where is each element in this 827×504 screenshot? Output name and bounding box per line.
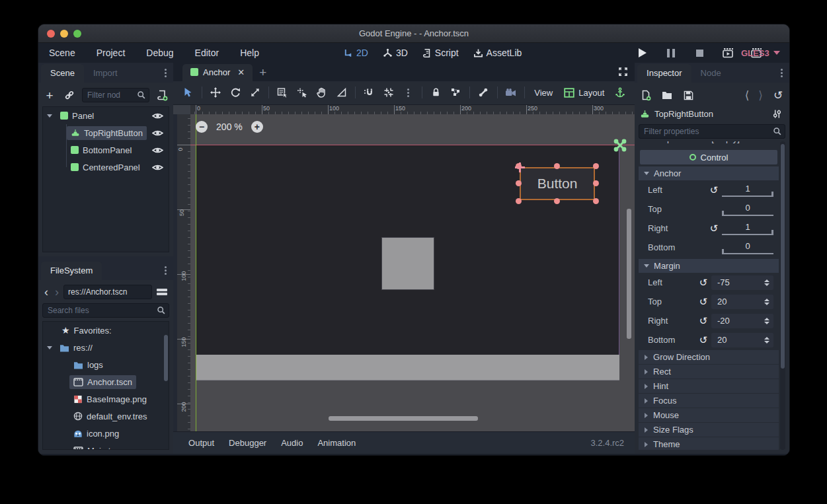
new-scene-tab-button[interactable]: + — [259, 65, 266, 81]
tab-filesystem[interactable]: FileSystem — [41, 262, 102, 280]
file-row-logs[interactable]: logs — [43, 356, 169, 373]
margin-bottom-field[interactable]: 20 — [711, 333, 773, 347]
margin-top-field[interactable]: 20 — [711, 295, 773, 309]
object-history-icon[interactable]: ↺ — [771, 88, 785, 102]
tab-inspector[interactable]: Inspector — [637, 64, 691, 83]
extra-tools-icon[interactable] — [769, 106, 784, 121]
section-grow-direction[interactable]: Grow Direction — [639, 350, 779, 364]
spinner-icon[interactable] — [764, 299, 769, 305]
anchor-top-slider[interactable]: 0 — [722, 203, 773, 216]
point-select-icon[interactable] — [294, 85, 311, 100]
stop-button[interactable] — [692, 46, 707, 60]
pan-tool-icon[interactable] — [314, 85, 331, 100]
spinner-icon[interactable] — [764, 318, 769, 324]
chevron-down-icon[interactable] — [47, 114, 52, 118]
tree-row-toprightbutton[interactable]: TopRightButton — [43, 124, 169, 141]
menu-project[interactable]: Project — [89, 45, 134, 61]
anchor-gizmo-icon[interactable] — [611, 137, 629, 154]
section-margin[interactable]: Margin — [639, 259, 779, 273]
section-size-flags[interactable]: Size Flags — [639, 423, 779, 437]
scene-tab-anchor[interactable]: Anchor ✕ — [182, 64, 253, 81]
tree-row-centeredpanel[interactable]: CenteredPanel — [43, 159, 169, 176]
view-menu[interactable]: View — [530, 88, 557, 98]
menu-debug[interactable]: Debug — [138, 45, 181, 61]
centered-panel-node[interactable] — [381, 237, 434, 290]
margin-left-field[interactable]: -75 — [711, 275, 773, 290]
close-tab-icon[interactable]: ✕ — [237, 67, 245, 77]
anchor-mode-icon[interactable] — [611, 85, 628, 100]
new-resource-icon[interactable] — [639, 88, 653, 102]
tab-scene[interactable]: Scene — [41, 64, 84, 83]
revert-icon[interactable]: ↺ — [695, 277, 711, 289]
revert-icon[interactable]: ↺ — [695, 334, 711, 346]
menu-help[interactable]: Help — [232, 45, 267, 61]
control-class-header[interactable]: Control — [640, 150, 777, 164]
save-icon[interactable] — [681, 88, 695, 102]
group-icon[interactable] — [448, 85, 464, 100]
filesystem-panel-menu-icon[interactable] — [165, 270, 167, 271]
zoom-in-button[interactable]: + — [251, 121, 263, 133]
spinner-icon[interactable] — [764, 279, 769, 286]
canvas-area[interactable]: − 200 % + Button — [190, 114, 635, 432]
play-button[interactable] — [635, 46, 650, 60]
distraction-free-icon[interactable] — [618, 67, 628, 77]
rotate-tool-icon[interactable] — [227, 85, 244, 100]
visibility-eye-icon[interactable] — [152, 146, 163, 155]
animation-button[interactable]: Animation — [310, 435, 363, 451]
fs-path-field[interactable] — [63, 285, 152, 299]
zoom-out-button[interactable]: − — [196, 121, 208, 133]
selection-handle[interactable] — [593, 180, 599, 186]
renderer-dropdown[interactable]: GLES3 — [741, 48, 780, 58]
section-hint[interactable]: Hint — [639, 379, 779, 393]
section-rect[interactable]: Rect — [639, 365, 779, 378]
fs-forward-button[interactable]: › — [53, 286, 61, 298]
load-resource-folder-icon[interactable] — [660, 88, 674, 102]
bottom-panel-node[interactable] — [196, 355, 619, 380]
file-row-icon-png[interactable]: icon.png — [43, 425, 169, 442]
mode-script-button[interactable]: Script — [418, 46, 463, 60]
list-select-icon[interactable] — [274, 85, 291, 100]
tree-row-bottompanel[interactable]: BottomPanel — [43, 141, 169, 159]
revert-icon[interactable]: ↺ — [706, 223, 722, 234]
history-back-button[interactable]: ⟨ — [744, 90, 751, 101]
mode-assetlib-button[interactable]: AssetLib — [469, 46, 526, 60]
play-scene-button[interactable] — [721, 46, 735, 60]
inspector-scrollbar[interactable] — [780, 141, 785, 450]
add-node-button[interactable]: + — [42, 88, 57, 102]
tree-row-panel[interactable]: Panel — [43, 107, 169, 124]
zoom-level[interactable]: 200 % — [216, 122, 243, 132]
ruler-tool-icon[interactable] — [333, 85, 350, 100]
file-row-default-env[interactable]: default_env.tres — [43, 408, 169, 425]
selection-handle[interactable] — [593, 163, 599, 169]
menu-scene[interactable]: Scene — [41, 45, 83, 61]
scale-tool-icon[interactable] — [247, 85, 263, 100]
revert-icon[interactable]: ↺ — [695, 296, 711, 308]
revert-icon[interactable]: ↺ — [706, 184, 722, 196]
pivot-cross-icon[interactable] — [515, 162, 525, 172]
skeleton-bone-icon[interactable] — [475, 85, 492, 100]
section-anchor[interactable]: Anchor — [639, 166, 779, 180]
spinner-icon[interactable] — [764, 337, 769, 343]
search-files-input[interactable] — [42, 303, 169, 318]
audio-button[interactable]: Audio — [274, 435, 310, 451]
preview-camera-icon[interactable] — [503, 85, 520, 100]
file-row-anchor-tscn[interactable]: Anchor.tscn — [43, 373, 169, 390]
output-button[interactable]: Output — [181, 435, 221, 451]
lock-icon[interactable] — [428, 85, 444, 100]
snap-options-menu-icon[interactable] — [401, 85, 417, 100]
move-tool-icon[interactable] — [208, 85, 224, 100]
scene-panel-menu-icon[interactable] — [165, 72, 167, 74]
tab-import[interactable]: Import — [84, 64, 127, 83]
inspector-panel-menu-icon[interactable] — [781, 72, 783, 74]
zoom-window-button[interactable] — [73, 30, 81, 38]
attach-script-button[interactable] — [155, 88, 169, 102]
revert-icon[interactable]: ↺ — [695, 315, 711, 327]
file-row-baseimage-png[interactable]: BaseImage.png — [43, 390, 169, 408]
filesystem-scrollbar[interactable] — [164, 335, 168, 381]
pause-button[interactable] — [664, 46, 678, 60]
canvas-vertical-scrollbar[interactable] — [627, 209, 631, 339]
group-property-row[interactable]: Group [empty] — [639, 141, 779, 148]
2d-viewport[interactable]: 0 50 100 150 200 250 300 0 50 100 150 20… — [173, 105, 635, 432]
mode-3d-button[interactable]: 3D — [379, 46, 412, 60]
close-window-button[interactable] — [47, 30, 55, 38]
